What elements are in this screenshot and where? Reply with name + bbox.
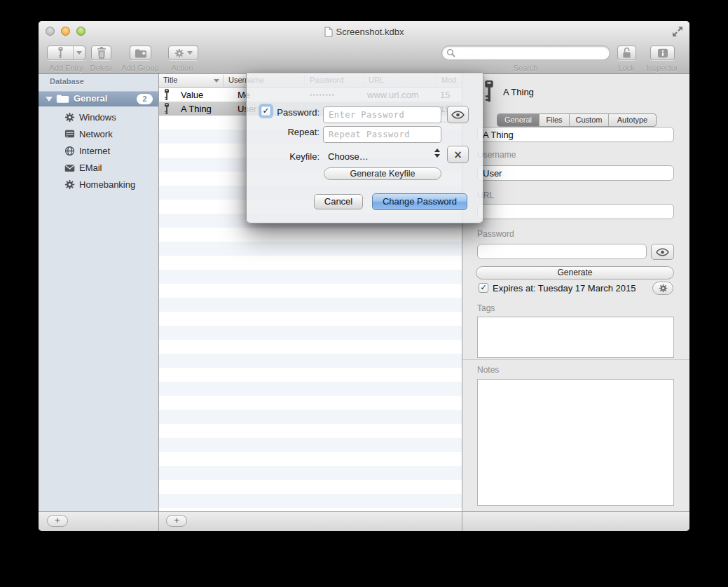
inspector-panel: A Thing General Files Custom Autotype Us… <box>462 74 689 511</box>
dialog-repeat-label: Repeat: <box>252 127 320 137</box>
sort-indicator-icon <box>214 79 219 83</box>
sidebar-item-label: Homebanking <box>79 179 135 190</box>
dialog-repeat-field[interactable] <box>323 126 441 143</box>
key-icon <box>483 80 495 103</box>
expires-label: Expires at: Tuesday 17 March 2015 <box>493 283 636 294</box>
dialog-repeat-input[interactable] <box>324 127 441 142</box>
search-field[interactable] <box>441 46 610 60</box>
lock-label: Lock <box>607 64 646 72</box>
title-field[interactable] <box>477 127 674 142</box>
titlebar: Screenshot.kdbx <box>39 26 689 38</box>
inspector-tabs: General Files Custom Autotype <box>497 113 657 127</box>
eye-icon <box>451 111 465 119</box>
sidebar-group-label: General <box>74 93 107 104</box>
cell-title: Value <box>181 90 203 100</box>
reveal-password-button[interactable] <box>651 244 674 260</box>
expires-checkbox[interactable] <box>479 283 488 293</box>
sidebar-item-homebanking[interactable]: Homebanking <box>39 177 158 193</box>
bottom-bar <box>39 511 689 531</box>
tags-input[interactable] <box>478 317 673 357</box>
password-input[interactable] <box>478 244 646 258</box>
gear-icon <box>174 48 184 58</box>
key-icon <box>57 47 64 59</box>
inspector-toggle-button[interactable] <box>650 46 675 60</box>
expires-options-button[interactable] <box>652 282 673 295</box>
inspector-label: Inspector <box>643 64 682 72</box>
sidebar-item-label: Windows <box>79 112 116 123</box>
app-window: Screenshot.kdbx Add Entry Delete Add Gro… <box>39 21 689 531</box>
action-label: Action <box>161 64 203 72</box>
clear-keyfile-button[interactable]: × <box>447 146 469 163</box>
sidebar-item-network[interactable]: Network <box>39 126 158 143</box>
disclosure-triangle-icon[interactable] <box>46 97 53 102</box>
sidebar-item-label: Internet <box>79 146 110 156</box>
dialog-reveal-password-button[interactable] <box>447 106 469 123</box>
title-input[interactable] <box>478 127 673 141</box>
eye-icon <box>656 248 669 256</box>
popup-stepper-icon[interactable] <box>434 149 440 158</box>
document-icon <box>324 27 333 37</box>
tab-general[interactable]: General <box>497 114 539 126</box>
trash-icon <box>97 47 107 59</box>
cancel-button[interactable]: Cancel <box>314 194 363 209</box>
entry-count-badge: 2 <box>137 94 153 104</box>
info-icon <box>657 48 668 58</box>
username-input[interactable] <box>478 166 673 180</box>
fullscreen-icon[interactable] <box>671 25 684 38</box>
url-field[interactable] <box>477 204 674 219</box>
folder-plus-icon <box>135 48 147 58</box>
column-divider[interactable] <box>223 75 224 86</box>
password-field[interactable] <box>477 244 647 259</box>
lock-button[interactable] <box>617 46 636 60</box>
globe-icon <box>64 146 75 156</box>
action-button[interactable] <box>168 46 198 60</box>
tags-label: Tags <box>477 303 495 313</box>
chevron-down-icon <box>76 51 82 55</box>
sidebar-item-windows[interactable]: Windows <box>39 109 158 126</box>
gear-icon <box>659 284 668 293</box>
search-label: Search <box>490 64 561 72</box>
sidebar-item-internet[interactable]: Internet <box>39 143 158 160</box>
add-entry-button[interactable] <box>47 46 85 60</box>
search-icon <box>446 48 455 57</box>
sidebar: Database General 2 Windows Network Inter… <box>39 74 158 511</box>
gear-icon <box>64 179 75 190</box>
tab-autotype[interactable]: Autotype <box>608 114 656 126</box>
notes-label: Notes <box>477 365 499 375</box>
cell-title: A Thing <box>181 104 212 114</box>
column-header-title[interactable]: Title <box>163 76 177 84</box>
folder-icon <box>56 94 69 104</box>
key-icon <box>164 89 170 101</box>
sidebar-item-label: Network <box>79 129 113 139</box>
generate-keyfile-button[interactable]: Generate Keyfile <box>324 167 441 180</box>
add-group-button[interactable] <box>130 46 151 60</box>
sidebar-item-label: EMail <box>79 163 102 173</box>
tab-custom[interactable]: Custom <box>569 114 608 126</box>
key-icon <box>164 103 170 115</box>
dialog-password-input[interactable] <box>324 107 441 123</box>
add-entry-plus-button[interactable]: + <box>166 515 187 527</box>
sidebar-section-header: Database <box>50 77 84 85</box>
gear-icon <box>64 112 75 123</box>
search-input[interactable] <box>458 48 605 59</box>
notes-input[interactable] <box>478 380 673 505</box>
sidebar-group-general[interactable]: General 2 <box>39 91 158 106</box>
delete-button[interactable] <box>91 46 111 60</box>
add-group-label: Add Group <box>116 64 165 72</box>
sidebar-item-email[interactable]: EMail <box>39 160 158 177</box>
keyfile-popup-value[interactable]: Choose… <box>328 151 369 162</box>
tags-box[interactable] <box>477 317 674 358</box>
username-field[interactable] <box>477 165 674 181</box>
chevron-down-icon <box>187 51 193 55</box>
inspector-entry-title: A Thing <box>503 87 534 97</box>
notes-box[interactable] <box>477 379 674 506</box>
dialog-password-field[interactable] <box>323 106 441 123</box>
close-icon: × <box>453 149 462 161</box>
add-group-plus-button[interactable]: + <box>47 515 68 527</box>
delete-label: Delete <box>82 64 121 72</box>
dialog-keyfile-label: Keyfile: <box>252 151 320 162</box>
tab-files[interactable]: Files <box>539 114 569 126</box>
generate-password-button[interactable]: Generate <box>476 266 674 279</box>
url-input[interactable] <box>478 205 673 219</box>
change-password-button[interactable]: Change Password <box>372 193 467 210</box>
